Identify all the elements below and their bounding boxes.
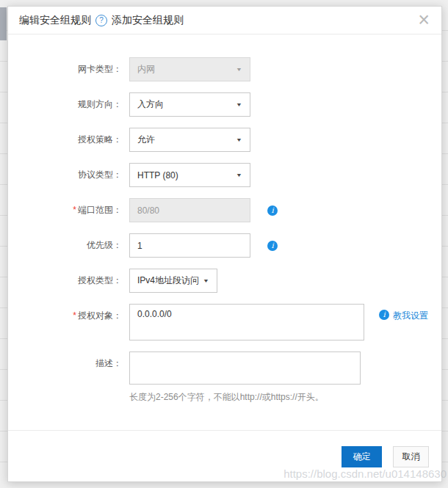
description-textarea[interactable]: [129, 352, 361, 385]
protocol-select[interactable]: HTTP (80) ▼: [129, 163, 250, 187]
form-row-policy: 授权策略： 允许 ▼: [8, 128, 441, 152]
background-fragment: [0, 7, 7, 40]
auth-type-label: 授权类型：: [8, 269, 129, 293]
policy-value: 允许: [137, 134, 155, 146]
chevron-down-icon: ▼: [236, 172, 242, 178]
auth-object-textarea[interactable]: 0.0.0.0/0: [129, 304, 364, 340]
form-row-nic-type: 网卡类型： 内网 ▼: [8, 57, 441, 81]
form-row-auth-object: *授权对象： 0.0.0.0/0 i 教我设置: [8, 304, 441, 340]
port-range-label: *端口范围：: [8, 198, 129, 222]
protocol-value: HTTP (80): [137, 170, 178, 181]
description-control: 长度为2-256个字符，不能以http://或https://开头。: [129, 352, 361, 404]
chevron-down-icon: ▼: [236, 102, 242, 108]
form-row-port-range: *端口范围： i: [8, 198, 441, 222]
dialog-footer: 确定 取消: [8, 430, 441, 481]
direction-select[interactable]: 入方向 ▼: [129, 92, 250, 117]
cancel-button[interactable]: 取消: [393, 446, 429, 467]
rule-form: 网卡类型： 内网 ▼ 规则方向： 入方向 ▼ 授权策略： 允许 ▼ 协议类型： …: [8, 34, 441, 404]
priority-label: 优先级：: [8, 233, 129, 258]
port-range-input: [129, 198, 250, 222]
auth-type-value: IPv4地址段访问: [137, 274, 199, 287]
form-row-auth-type: 授权类型： IPv4地址段访问 ▼: [8, 269, 441, 293]
chevron-down-icon: ▼: [203, 278, 209, 284]
dialog-header: 编辑安全组规则 ? 添加安全组规则 ×: [8, 7, 441, 34]
description-helper-text: 长度为2-256个字符，不能以http://或https://开头。: [129, 391, 361, 404]
confirm-button[interactable]: 确定: [342, 446, 382, 467]
close-icon[interactable]: ×: [418, 8, 430, 32]
required-mark: *: [73, 205, 76, 215]
form-row-description: 描述： 长度为2-256个字符，不能以http://或https://开头。: [8, 352, 441, 404]
teach-me-setup-link[interactable]: 教我设置: [393, 310, 428, 322]
nic-type-select: 内网 ▼: [129, 57, 250, 81]
policy-label: 授权策略：: [8, 128, 129, 152]
policy-select[interactable]: 允许 ▼: [129, 128, 250, 152]
nic-type-value: 内网: [137, 63, 155, 76]
required-mark: *: [73, 310, 76, 321]
dialog-title: 编辑安全组规则: [19, 14, 91, 27]
edit-security-group-rule-dialog: 编辑安全组规则 ? 添加安全组规则 × 网卡类型： 内网 ▼ 规则方向： 入方向…: [7, 6, 442, 482]
auth-type-select[interactable]: IPv4地址段访问 ▼: [129, 269, 217, 293]
direction-label: 规则方向：: [8, 92, 129, 117]
protocol-label: 协议类型：: [8, 163, 129, 187]
add-security-group-rule-link[interactable]: 添加安全组规则: [112, 14, 184, 27]
auth-object-label: *授权对象：: [8, 304, 129, 328]
priority-input[interactable]: [129, 233, 250, 258]
info-icon[interactable]: i: [267, 205, 278, 216]
description-label: 描述：: [8, 352, 129, 376]
direction-value: 入方向: [137, 98, 164, 111]
chevron-down-icon: ▼: [236, 137, 242, 143]
help-icon[interactable]: ?: [95, 15, 107, 26]
info-icon[interactable]: i: [267, 241, 278, 251]
chevron-down-icon: ▼: [236, 67, 242, 73]
nic-type-label: 网卡类型：: [8, 57, 129, 81]
form-row-priority: 优先级： i: [8, 233, 441, 258]
info-icon[interactable]: i: [379, 310, 389, 320]
form-row-protocol: 协议类型： HTTP (80) ▼: [8, 163, 441, 187]
form-row-direction: 规则方向： 入方向 ▼: [8, 92, 441, 117]
